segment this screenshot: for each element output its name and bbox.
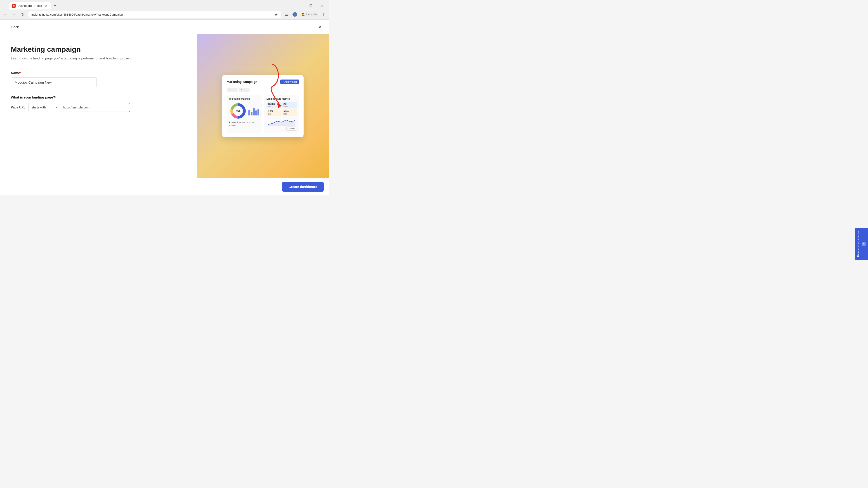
top-bar: ← Back ✕ <box>0 20 329 34</box>
back-arrow-icon: ← <box>5 25 9 29</box>
svg-text:234k: 234k <box>236 110 241 112</box>
landing-page-section: What is your landing page?* Page URL sta… <box>11 95 186 112</box>
card-preview-title: Marketing campaign <box>227 80 257 84</box>
reload-btn[interactable]: ↻ <box>19 11 26 18</box>
tab-back-btn[interactable]: ⌃ <box>2 2 8 9</box>
incognito-badge: 🕵 Incognito <box>299 11 319 18</box>
donut-chart: 234k <box>229 102 247 120</box>
profile-btn[interactable]: I <box>291 11 298 18</box>
back-label: Back <box>11 25 19 29</box>
metric-item: 9.5% rate <box>282 109 297 116</box>
active-tab[interactable]: H Dashboard - Hotjar ✕ <box>9 2 51 9</box>
card-tab-2: × —— <box>239 88 250 92</box>
incognito-icon: 🕵 <box>302 13 305 16</box>
extensions-btn[interactable]: ▬ <box>283 11 290 18</box>
forward-nav-btn[interactable]: → <box>10 11 18 18</box>
main-content: Marketing campaign Learn how the landing… <box>0 34 329 178</box>
tab-close-btn[interactable]: ✕ <box>44 4 48 8</box>
minimize-btn[interactable]: — <box>294 2 305 9</box>
browser-actions: ▬ I 🕵 Incognito ⋮ <box>283 11 327 18</box>
url-type-select[interactable]: starts with contains equals ends with <box>28 103 60 112</box>
url-type-select-wrapper: starts with contains equals ends with ▼ <box>28 103 60 112</box>
form-panel: Marketing campaign Learn how the landing… <box>0 34 197 178</box>
metric-item: 20k 56% <box>282 102 297 108</box>
window-controls: — ❐ ✕ <box>294 2 327 9</box>
card-header: Marketing campaign + Add widget <box>227 79 299 84</box>
tab-favicon: H <box>12 4 16 8</box>
close-page-btn[interactable]: ✕ <box>316 23 324 31</box>
back-nav-btn[interactable]: ← <box>2 11 9 18</box>
create-dashboard-btn[interactable]: Create dashboard <box>282 182 324 192</box>
back-link[interactable]: ← Back <box>5 25 19 29</box>
browser-chrome: ⌃ H Dashboard - Hotjar ✕ + — ❐ ✕ ← → ↻ i… <box>0 0 329 20</box>
traffic-widget: Top traffic channels 234k <box>227 95 261 133</box>
bookmark-icon: ★ <box>275 12 278 17</box>
card-tab-1: ○ —— <box>227 88 238 92</box>
name-label: Name* <box>11 71 186 75</box>
landing-page-label: What is your landing page?* <box>11 95 186 99</box>
new-tab-btn[interactable]: + <box>52 2 58 9</box>
card-widgets: Top traffic channels 234k <box>227 95 299 133</box>
page-wrapper: ← Back ✕ Marketing campaign Learn how th… <box>0 20 329 195</box>
card-tabs: ○ —— × —— <box>227 88 299 92</box>
close-window-btn[interactable]: ✕ <box>317 2 327 9</box>
page-url-label: Page URL <box>11 105 26 109</box>
menu-btn[interactable]: ⋮ <box>320 11 327 18</box>
address-bar[interactable]: insights.hotjar.com/sites/3814994/dashbo… <box>28 11 282 18</box>
mini-line-chart <box>267 118 297 126</box>
url-text: insights.hotjar.com/sites/3814994/dashbo… <box>31 13 273 16</box>
incognito-label: Incognito <box>306 13 317 16</box>
dashboard-preview-card: Marketing campaign + Add widget ○ —— × —… <box>222 75 304 137</box>
red-arrow-decoration <box>266 64 284 110</box>
name-field-group: Name* <box>11 71 186 87</box>
name-input[interactable] <box>11 77 97 87</box>
tab-bar: ⌃ H Dashboard - Hotjar ✕ + — ❐ ✕ <box>0 0 329 9</box>
metric-item: 4.53k 100 <box>267 109 281 116</box>
page-url-row: Page URL starts with contains equals end… <box>11 103 186 112</box>
preview-panel: Marketing campaign + Add widget ○ —— × —… <box>197 34 329 178</box>
tab-label: Dashboard - Hotjar <box>18 4 42 7</box>
details-btn[interactable]: Details <box>286 127 297 131</box>
restore-btn[interactable]: ❐ <box>306 2 316 9</box>
bottom-bar: Create dashboard <box>0 178 329 195</box>
address-bar-row: ← → ↻ insights.hotjar.com/sites/3814994/… <box>0 9 329 20</box>
page-title: Marketing campaign <box>11 45 186 54</box>
page-subtitle: Learn how the landing page you're target… <box>11 56 186 60</box>
traffic-widget-title: Top traffic channels <box>229 98 259 100</box>
url-input[interactable] <box>60 103 130 112</box>
